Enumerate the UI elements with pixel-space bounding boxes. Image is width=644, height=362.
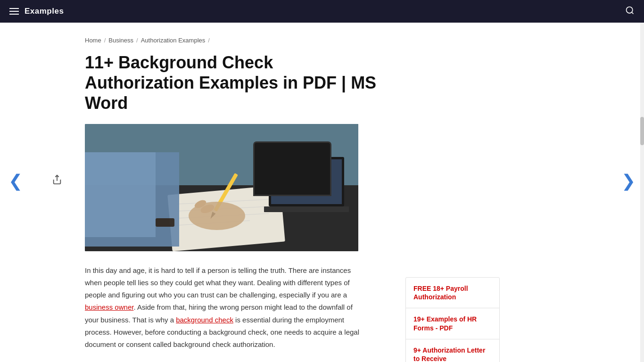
share-button[interactable] xyxy=(52,174,62,188)
next-arrow[interactable]: ❯ xyxy=(617,166,640,196)
sidebar-link-1[interactable]: FREE 18+ Payroll Authorization xyxy=(406,278,499,308)
sidebar: FREE 18+ Payroll Authorization 19+ Examp… xyxy=(401,268,509,362)
svg-line-1 xyxy=(632,12,634,14)
background-check-link[interactable]: background check xyxy=(176,316,233,324)
main-content: Home / Business / Authorization Examples… xyxy=(0,23,401,362)
article-title: 11+ Background Check Authorization Examp… xyxy=(85,52,382,114)
hamburger-menu[interactable] xyxy=(9,8,19,15)
page-wrapper: Home / Business / Authorization Examples… xyxy=(0,23,644,362)
breadcrumb-home[interactable]: Home xyxy=(85,37,101,44)
prev-arrow[interactable]: ❮ xyxy=(4,166,27,196)
hero-image xyxy=(85,124,358,251)
sidebar-link-3[interactable]: 9+ Authorization Letter to Receive xyxy=(406,339,499,362)
search-button[interactable] xyxy=(625,6,635,17)
sidebar-card: FREE 18+ Payroll Authorization 19+ Examp… xyxy=(405,277,500,362)
article-body: In this day and age, it is hard to tell … xyxy=(85,264,368,351)
breadcrumb: Home / Business / Authorization Examples… xyxy=(85,37,382,44)
breadcrumb-authorization[interactable]: Authorization Examples xyxy=(141,37,206,44)
scrollbar[interactable] xyxy=(640,23,644,362)
site-header: Examples xyxy=(0,0,644,23)
svg-rect-20 xyxy=(85,152,156,237)
sidebar-link-2[interactable]: 19+ Examples of HR Forms - PDF xyxy=(406,308,499,339)
header-left: Examples xyxy=(9,7,64,16)
svg-point-0 xyxy=(627,7,633,13)
scrollbar-thumb[interactable] xyxy=(640,117,644,145)
business-owner-link[interactable]: business owner xyxy=(85,303,133,311)
svg-rect-18 xyxy=(264,206,349,212)
hero-illustration xyxy=(85,124,358,251)
site-title: Examples xyxy=(25,7,64,16)
svg-rect-17 xyxy=(271,159,342,204)
body-paragraph-1: In this day and age, it is hard to tell … xyxy=(85,264,368,351)
svg-rect-21 xyxy=(156,218,174,227)
breadcrumb-business[interactable]: Business xyxy=(108,37,133,44)
